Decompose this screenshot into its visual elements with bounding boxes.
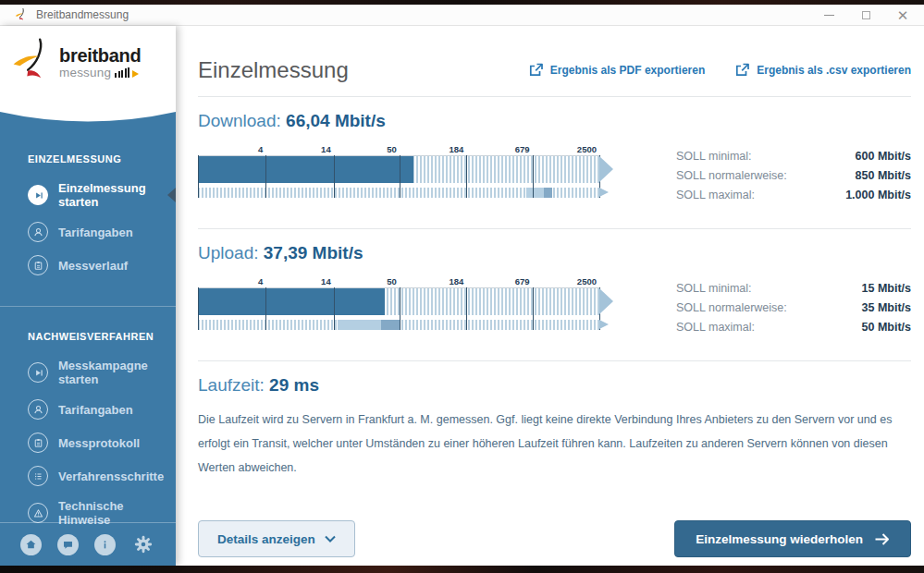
soll-range-segment <box>381 320 400 330</box>
maximize-button[interactable] <box>854 6 878 23</box>
soll-label: SOLL minimal: <box>676 150 752 163</box>
info-icon[interactable] <box>94 534 116 555</box>
laufzeit-heading: Laufzeit: 29 ms <box>198 375 911 396</box>
gauge-sub-arrow-icon <box>599 320 609 329</box>
gauge-tick <box>400 155 400 198</box>
gauge-tick-label: 4 <box>258 144 265 154</box>
gauge-tick <box>533 287 534 330</box>
gauge-tick <box>198 155 199 198</box>
sidebar-item-tarifangaben[interactable]: Tarifangaben <box>0 393 176 426</box>
upload-gauge-fill <box>198 288 385 315</box>
gauge-tick <box>334 155 335 198</box>
soll-label: SOLL maximal: <box>676 321 755 334</box>
app-icon <box>15 8 29 22</box>
export-pdf-button[interactable]: Ergebnis als PDF exportieren <box>528 63 705 78</box>
main-content: Einzelmessung Ergebnis als PDF exportier… <box>176 26 924 566</box>
gauge-sub-arrow-icon <box>599 188 609 197</box>
einzelmessung-wiederholen-button[interactable]: Einzelmessung wiederholen <box>674 520 911 557</box>
logo-word-messung: messung <box>59 66 111 79</box>
upload-section: Upload: 37,39 Mbit/s 414501846792500 SOL… <box>198 229 911 360</box>
sidebar: breitband messung EINZELMESSUNGEinzelmes… <box>0 26 176 566</box>
soll-value: 600 Mbit/s <box>856 150 911 163</box>
gauge-tick-label: 679 <box>515 276 533 286</box>
sidebar-section-header: EINZELMESSUNG <box>0 153 176 175</box>
person-icon <box>28 399 48 420</box>
logo-swoosh-icon <box>11 37 59 87</box>
sidebar-item-verfahrensschritte[interactable]: Verfahrensschritte <box>0 459 176 493</box>
soll-row: SOLL maximal:1.000 Mbit/s <box>676 185 911 204</box>
export-icon <box>734 63 750 78</box>
upload-gauge: 414501846792500 <box>198 276 616 330</box>
sidebar-section-einzelmessung: EINZELMESSUNGEinzelmessung startenTarifa… <box>0 153 176 282</box>
play-icon <box>28 362 48 383</box>
chevron-down-icon <box>325 535 336 543</box>
gauge-tick-label: 184 <box>449 144 466 154</box>
gear-icon[interactable] <box>131 532 155 556</box>
clipboard-icon <box>28 255 48 275</box>
download-soll-values: SOLL minimal:600 Mbit/sSOLL normalerweis… <box>676 146 911 204</box>
window-controls: ✕ <box>817 6 915 23</box>
home-icon[interactable] <box>20 534 42 555</box>
gauge-tick <box>265 287 266 330</box>
soll-label: SOLL minimal: <box>676 282 752 295</box>
gauge-tick-label: 4 <box>258 276 265 286</box>
soll-value: 1.000 Mbit/s <box>845 189 911 201</box>
soll-row: SOLL maximal:50 Mbit/s <box>676 317 911 336</box>
sidebar-item-messprotokoll[interactable]: Messprotokoll <box>0 426 176 459</box>
download-section: Download: 66,04 Mbit/s 414501846792500 S… <box>198 97 911 228</box>
gauge-tick <box>466 155 467 198</box>
soll-row: SOLL minimal:15 Mbit/s <box>676 278 911 298</box>
sidebar-item-label: Verfahrensschritte <box>58 469 164 483</box>
sidebar-footer <box>0 522 176 566</box>
clipboard-icon <box>28 433 48 453</box>
sidebar-item-label: Tarifangaben <box>58 403 133 417</box>
soll-value: 50 Mbit/s <box>862 321 912 334</box>
gauge-arrow-icon <box>599 156 613 182</box>
soll-value: 35 Mbit/s <box>862 301 912 314</box>
gauge-tick-label: 14 <box>321 144 334 154</box>
app-logo: breitband messung <box>0 26 176 107</box>
upload-heading: Upload: 37,39 Mbit/s <box>198 243 911 263</box>
sidebar-section-header: NACHWEISVERFAHREN <box>0 331 176 352</box>
upload-soll-values: SOLL minimal:15 Mbit/sSOLL normalerweise… <box>676 278 911 336</box>
minimize-button[interactable] <box>817 6 841 23</box>
sidebar-item-messverlauf[interactable]: Messverlauf <box>0 249 176 282</box>
sidebar-nav: EINZELMESSUNGEinzelmessung startenTarifa… <box>0 107 176 533</box>
gauge-tick-label: 2500 <box>577 276 599 286</box>
laufzeit-section: Laufzeit: 29 ms Die Laufzeit wird zu Ser… <box>198 361 911 480</box>
soll-label: SOLL normalerweise: <box>676 169 787 182</box>
desktop-strip-bottom <box>0 566 924 573</box>
soll-range-segment <box>544 188 552 198</box>
sidebar-item-label: Messkampagne starten <box>58 359 176 386</box>
gauge-tick <box>400 287 400 330</box>
gauge-tick <box>334 287 335 330</box>
sidebar-item-messkampagne-starten[interactable]: Messkampagne starten <box>0 352 176 393</box>
soll-value: 850 Mbit/s <box>856 169 911 182</box>
gauge-tick-label: 184 <box>449 276 466 286</box>
sidebar-item-tarifangaben[interactable]: Tarifangaben <box>0 215 176 249</box>
sidebar-item-label: Einzelmessung starten <box>58 181 176 209</box>
list-icon <box>28 466 48 486</box>
logo-curve <box>0 107 176 131</box>
soll-label: SOLL maximal: <box>676 189 755 201</box>
gauge-tick-label: 50 <box>387 144 400 154</box>
download-gauge: 414501846792500 <box>198 144 616 198</box>
soll-row: SOLL normalerweise:35 Mbit/s <box>676 298 911 317</box>
app-window: breitband messung EINZELMESSUNGEinzelmes… <box>0 26 924 566</box>
gauge-tick-label: 50 <box>387 276 400 286</box>
sidebar-item-label: Messverlauf <box>58 259 128 273</box>
chat-icon[interactable] <box>57 534 79 555</box>
close-button[interactable]: ✕ <box>891 6 915 23</box>
sidebar-item-label: Tarifangaben <box>58 226 133 239</box>
sidebar-item-label: Messprotokoll <box>58 436 140 450</box>
sidebar-section-nachweisverfahren: NACHWEISVERFAHRENMesskampagne startenTar… <box>0 306 176 533</box>
sidebar-item-einzelmessung-starten[interactable]: Einzelmessung starten <box>0 175 176 215</box>
laufzeit-description: Die Laufzeit wird zu Servern in Frankfur… <box>198 408 911 480</box>
page-title: Einzelmessung <box>198 57 499 83</box>
window-title: Breitbandmessung <box>36 8 817 21</box>
arrow-right-icon <box>874 532 890 546</box>
soll-label: SOLL normalerweise: <box>676 301 787 314</box>
soll-range-segment <box>526 188 544 198</box>
details-anzeigen-button[interactable]: Details anzeigen <box>198 520 355 557</box>
export-csv-button[interactable]: Ergebnis als .csv exportieren <box>734 63 911 78</box>
